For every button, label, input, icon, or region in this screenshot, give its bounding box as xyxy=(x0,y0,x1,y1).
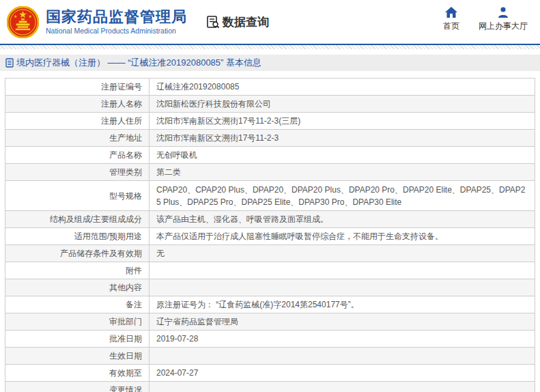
table-row: 产品名称 无创呼吸机 xyxy=(5,147,535,164)
table-row: 其他内容 xyxy=(5,279,535,296)
site-title: 国家药品监督管理局 xyxy=(46,8,187,26)
field-value xyxy=(150,382,535,392)
site-subtitle: National Medical Products Administration xyxy=(46,26,187,36)
field-label: 生产地址 xyxy=(5,130,150,147)
table-row: 变更情况 xyxy=(5,382,535,392)
home-icon xyxy=(445,7,457,18)
breadcrumb: 境内医疗器械（注册） —— “辽械注准20192080085” 基本信息 xyxy=(0,55,540,71)
field-value: 该产品由主机、湿化器、呼吸管路及面罩组成。 xyxy=(150,211,535,228)
data-query-label: 数据查询 xyxy=(223,14,269,30)
field-label: 注册人住所 xyxy=(5,113,150,130)
table-row: 批准日期 2019-07-28 xyxy=(5,331,535,348)
field-label: 变更情况 xyxy=(5,382,150,392)
table-row: 注册人名称 沈阳新松医疗科技股份有限公司 xyxy=(5,96,535,113)
field-label: 注册人名称 xyxy=(5,96,150,113)
field-label: 其他内容 xyxy=(5,279,150,296)
field-value: 无 xyxy=(150,245,535,262)
field-label: 备注 xyxy=(5,296,150,313)
table-row: 生效日期 xyxy=(5,348,535,365)
table-row: 生产地址 沈阳市浑南新区文溯街17号11-2-3 xyxy=(5,130,535,147)
table-row: 注册证编号 辽械注准20192080085 xyxy=(5,79,535,96)
field-value: 2024-07-27 xyxy=(150,365,535,382)
nav-online-hall[interactable]: 网上办事大厅 xyxy=(479,7,528,32)
table-row: 适用范围/预期用途 本产品仅适用于治疗成人阻塞性睡眠呼吸暂停综合症，不能用于生命… xyxy=(5,228,535,245)
field-value: 无创呼吸机 xyxy=(150,147,535,164)
field-value xyxy=(150,348,535,365)
table-row: 产品储存条件及有效期 无 xyxy=(5,245,535,262)
field-label: 有效期至 xyxy=(5,365,150,382)
field-label: 管理类别 xyxy=(5,164,150,181)
site-header: 国家药品监督管理局 National Medical Products Admi… xyxy=(0,0,540,45)
field-value xyxy=(150,279,535,296)
top-nav: 首页 网上办事大厅 xyxy=(443,7,528,32)
nav-online-hall-label: 网上办事大厅 xyxy=(479,20,528,32)
field-label: 审批部门 xyxy=(5,313,150,331)
field-value: CPAP20、CPAP20 Plus、DPAP20、DPAP20 Plus、DP… xyxy=(150,181,535,211)
field-value: 原注册证号为： “辽食药监械(准)字2014第2540177号”。 xyxy=(150,296,535,313)
table-row: 型号规格 CPAP20、CPAP20 Plus、DPAP20、DPAP20 Pl… xyxy=(5,181,535,211)
person-icon xyxy=(497,7,509,18)
site-logo[interactable]: 国家药品监督管理局 National Medical Products Admi… xyxy=(7,6,187,38)
nav-home-label: 首页 xyxy=(443,20,459,32)
field-value: 第二类 xyxy=(150,164,535,181)
nav-home[interactable]: 首页 xyxy=(443,7,459,32)
field-label: 产品名称 xyxy=(5,147,150,164)
field-value: 沈阳新松医疗科技股份有限公司 xyxy=(150,96,535,113)
field-value: 沈阳市浑南新区文溯街17号11-2-3(三层) xyxy=(150,113,535,130)
table-row: 审批部门 辽宁省药品监督管理局 xyxy=(5,313,535,331)
hatch-divider xyxy=(0,45,540,49)
table-row: 结构及组成/主要组成成分 该产品由主机、湿化器、呼吸管路及面罩组成。 xyxy=(5,211,535,228)
field-value: 辽械注准20192080085 xyxy=(150,79,535,96)
field-label: 批准日期 xyxy=(5,331,150,348)
table-row: 备注 原注册证号为： “辽食药监械(准)字2014第2540177号”。 xyxy=(5,296,535,313)
field-label: 生效日期 xyxy=(5,348,150,365)
breadcrumb-text: 境内医疗器械（注册） —— “辽械注准20192080085” 基本信息 xyxy=(16,57,261,69)
data-query-tab[interactable]: 数据查询 xyxy=(206,14,269,30)
field-label: 注册证编号 xyxy=(5,79,150,96)
field-label: 适用范围/预期用途 xyxy=(5,228,150,245)
field-label: 附件 xyxy=(5,262,150,279)
field-value: 沈阳市浑南新区文溯街17号11-2-3 xyxy=(150,130,535,147)
field-label: 型号规格 xyxy=(5,181,150,211)
table-row: 附件 xyxy=(5,262,535,279)
national-emblem-icon xyxy=(7,6,39,38)
registration-info-table: 注册证编号 辽械注准20192080085 注册人名称 沈阳新松医疗科技股份有限… xyxy=(5,78,535,392)
document-search-icon xyxy=(206,15,220,29)
field-value: 本产品仅适用于治疗成人阻塞性睡眠呼吸暂停综合症，不能用于生命支持设备。 xyxy=(150,228,535,245)
table-row: 有效期至 2024-07-27 xyxy=(5,365,535,382)
table-row: 管理类别 第二类 xyxy=(5,164,535,181)
field-value xyxy=(150,262,535,279)
field-value: 2019-07-28 xyxy=(150,331,535,348)
field-label: 产品储存条件及有效期 xyxy=(5,245,150,262)
table-row: 注册人住所 沈阳市浑南新区文溯街17号11-2-3(三层) xyxy=(5,113,535,130)
field-value: 辽宁省药品监督管理局 xyxy=(150,313,535,331)
field-label: 结构及组成/主要组成成分 xyxy=(5,211,150,228)
page-icon xyxy=(5,58,14,68)
